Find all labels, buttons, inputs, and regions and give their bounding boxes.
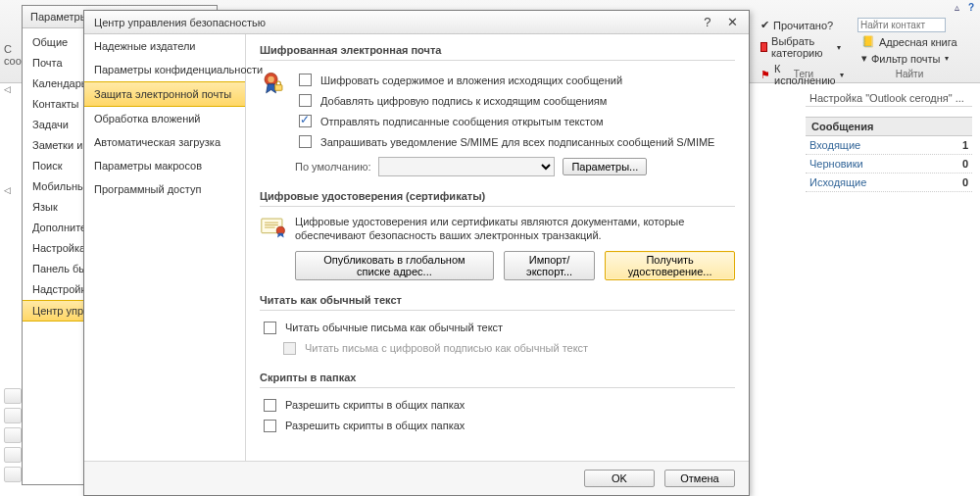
chk-sign[interactable]: Добавлять цифровую подпись к исходящим с… — [295, 91, 735, 110]
cert-description: Цифровые удостоверения или сертификаты я… — [295, 215, 735, 243]
security-nav-item[interactable]: Обработка вложений — [84, 107, 245, 130]
cancel-button[interactable]: Отмена — [664, 470, 735, 487]
dialog-title: Центр управления безопасностью — [94, 17, 266, 28]
close-button[interactable]: ✕ — [721, 15, 743, 29]
mail-nav-icon[interactable] — [4, 388, 22, 404]
outlook-today-title[interactable]: Настройка "Outlook сегодня" ... — [806, 90, 972, 107]
chk-send-plaintext[interactable]: Отправлять подписанные сообщения открыты… — [295, 112, 735, 130]
help-icon[interactable]: ? — [968, 2, 974, 13]
chk-encrypt[interactable]: Шифровать содержимое и вложения исходящи… — [295, 71, 735, 89]
left-fragment: С соо — [4, 43, 22, 67]
dialog-footer: OK Отмена — [84, 461, 749, 495]
chk-read-plain[interactable]: Читать обычные письма как обычный текст — [260, 319, 735, 337]
more-nav-icon[interactable] — [4, 467, 22, 482]
security-nav-item[interactable]: Программный доступ — [84, 177, 245, 201]
security-nav-item[interactable]: Защита электронной почты — [84, 81, 245, 107]
find-contact-input[interactable] — [858, 18, 946, 32]
dialog-titlebar: Центр управления безопасностью ? ✕ — [84, 11, 749, 34]
ribbon-addressbook-button[interactable]: 📒Адресная книга — [858, 34, 975, 49]
ribbon-group-find: Найти — [885, 69, 934, 79]
import-export-button[interactable]: Импорт/экспорт... — [504, 251, 595, 280]
certificate-icon — [261, 217, 286, 238]
ribbon-category-button[interactable]: Выбрать категорию▾ — [757, 34, 845, 60]
group-header: Шифрованная электронная почта — [260, 44, 735, 61]
security-nav: Надежные издателиПараметры конфиденциаль… — [84, 34, 246, 461]
group-folder-scripts: Скрипты в папках Разрешить скрипты в общ… — [260, 372, 735, 435]
help-button[interactable]: ? — [697, 15, 718, 29]
ribbon-group-tags: Теги — [774, 69, 833, 79]
default-label: По умолчанию: — [295, 161, 370, 173]
publish-gal-button[interactable]: Опубликовать в глобальном списке адрес..… — [295, 251, 494, 280]
window-controls: ▵ ? — [949, 2, 974, 13]
chk-allow-scripts-2[interactable]: Разрешить скрипты в общих папках — [260, 417, 735, 435]
security-nav-item[interactable]: Параметры конфиденциальности — [84, 58, 245, 81]
today-row[interactable]: Исходящие0 — [806, 174, 972, 192]
today-section-header: Сообщения — [806, 117, 972, 136]
group-header: Цифровые удостоверения (сертификаты) — [260, 190, 735, 207]
group-header: Скрипты в папках — [260, 372, 735, 388]
outlook-today-panel: Настройка "Outlook сегодня" ... Сообщени… — [806, 90, 972, 192]
ribbon-min-icon[interactable]: ▵ — [955, 2, 959, 13]
default-setting-select[interactable] — [378, 157, 555, 176]
ribbon-badge-icon — [261, 71, 286, 96]
params-button[interactable]: Параметры... — [563, 158, 647, 175]
security-nav-item[interactable]: Автоматическая загрузка — [84, 130, 245, 154]
svg-rect-2 — [275, 85, 282, 91]
today-row[interactable]: Входящие1 — [806, 136, 972, 155]
chk-read-signed-plain: Читать письма с цифровой подписью как об… — [279, 339, 735, 358]
tasks-nav-icon[interactable] — [4, 447, 22, 463]
security-nav-item[interactable]: Параметры макросов — [84, 154, 245, 177]
security-content: Шифрованная электронная почта Шифровать … — [246, 34, 749, 461]
group-certificates: Цифровые удостоверения (сертификаты) — [260, 190, 735, 280]
collapse-arrow-icon[interactable]: ◁ — [4, 84, 11, 94]
chk-smime-receipt[interactable]: Запрашивать уведомление S/MIME для всех … — [295, 132, 735, 151]
today-row[interactable]: Черновики0 — [806, 155, 972, 174]
navpane-buttons — [4, 388, 22, 482]
security-center-dialog: Центр управления безопасностью ? ✕ Надеж… — [83, 10, 750, 496]
calendar-nav-icon[interactable] — [4, 408, 22, 423]
group-header: Читать как обычный текст — [260, 294, 735, 311]
collapse-arrow-icon[interactable]: ◁ — [4, 185, 11, 195]
get-certificate-button[interactable]: Получить удостоверение... — [605, 251, 735, 280]
ok-button[interactable]: OK — [584, 470, 655, 487]
ribbon-read-button[interactable]: ✔Прочитано? — [757, 18, 845, 32]
contacts-nav-icon[interactable] — [4, 427, 22, 443]
ribbon-filter-button[interactable]: ▾Фильтр почты▾ — [858, 51, 975, 66]
group-read-plaintext: Читать как обычный текст Читать обычные … — [260, 294, 735, 358]
security-nav-item[interactable]: Надежные издатели — [84, 34, 245, 58]
svg-point-1 — [268, 76, 274, 83]
chk-allow-scripts-1[interactable]: Разрешить скрипты в общих папках — [260, 396, 735, 415]
group-encrypted-mail: Шифрованная электронная почта Шифровать … — [260, 44, 735, 176]
